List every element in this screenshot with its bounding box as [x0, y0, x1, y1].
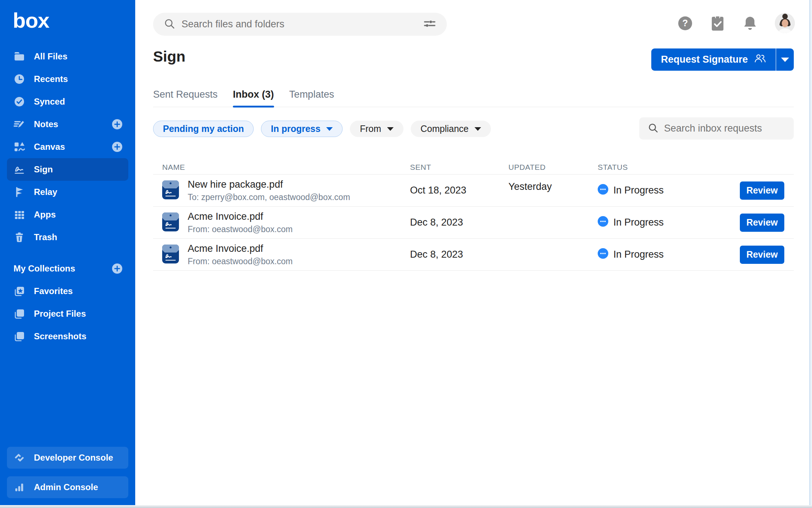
column-sent: SENT: [410, 163, 508, 172]
status-badge: In Progress: [613, 249, 664, 260]
inbox-request-list: New hire package.pdf To: zperry@box.com,…: [153, 174, 794, 271]
sidebar-item-notes[interactable]: Notes: [7, 113, 128, 136]
chevron-down-icon: [781, 58, 789, 62]
sidebar-item-screenshots[interactable]: Screenshots: [7, 325, 128, 348]
collection-icon: [13, 331, 25, 342]
tab-inbox[interactable]: Inbox (3): [233, 89, 274, 107]
request-recipients: From: oeastwood@box.com: [188, 257, 293, 266]
request-recipients: From: oeastwood@box.com: [188, 224, 293, 234]
developer-console-button[interactable]: Developer Console: [7, 447, 128, 469]
status-badge: In Progress: [613, 185, 664, 196]
in-progress-icon: [598, 184, 608, 197]
topbar-icons: ?: [678, 13, 795, 33]
global-search-input[interactable]: [181, 19, 423, 30]
sidebar-item-label: Recents: [34, 74, 68, 84]
sidebar-item-all-files[interactable]: All Files: [7, 45, 128, 68]
column-status: STATUS: [598, 163, 740, 172]
request-signature-button[interactable]: Request Signature: [651, 48, 776, 71]
add-canvas-button[interactable]: [112, 142, 122, 152]
sidebar-item-label: Canvas: [34, 142, 65, 152]
sidebar-item-trash[interactable]: Trash: [7, 226, 128, 249]
review-button[interactable]: Review: [740, 181, 784, 200]
global-search: [153, 13, 447, 36]
folder-icon: [13, 51, 25, 62]
sidebar-item-relay[interactable]: Relay: [7, 181, 128, 203]
chevron-down-icon: [475, 127, 481, 131]
sidebar-item-label: Screenshots: [34, 331, 86, 341]
sidebar-item-project-files[interactable]: Project Files: [7, 302, 128, 325]
inbox-search: [639, 117, 794, 140]
search-icon: [164, 18, 175, 31]
check-circle-icon: [13, 96, 25, 108]
table-row[interactable]: New hire package.pdf To: zperry@box.com,…: [153, 175, 794, 207]
box-logo[interactable]: box: [13, 8, 49, 32]
my-collections-header: My Collections: [7, 257, 128, 280]
clock-icon: [13, 73, 25, 85]
svg-text:?: ?: [682, 18, 688, 28]
filter-label: Compliance: [421, 124, 469, 134]
clipboard-check-icon[interactable]: [710, 16, 725, 31]
table-row[interactable]: Acme Invoice.pdf From: oeastwood@box.com…: [153, 239, 794, 271]
search-icon: [648, 123, 658, 134]
request-sent-date: Dec 8, 2023: [410, 217, 508, 228]
filter-label: In progress: [271, 124, 320, 134]
request-signature-dropdown-button[interactable]: [776, 48, 794, 71]
sidebar-item-sign[interactable]: Sign: [7, 158, 128, 181]
review-button[interactable]: Review: [740, 214, 784, 232]
column-name: NAME: [153, 163, 410, 172]
window-bottom-edge: [0, 505, 812, 508]
in-progress-icon: [598, 248, 608, 261]
people-icon: [754, 54, 766, 66]
sidebar-item-label: Notes: [34, 119, 58, 129]
table-row[interactable]: Acme Invoice.pdf From: oeastwood@box.com…: [153, 207, 794, 239]
developer-console-label: Developer Console: [34, 453, 113, 463]
filter-compliance[interactable]: Compliance: [411, 121, 491, 137]
add-collection-button[interactable]: [112, 263, 122, 274]
sign-document-icon: [162, 212, 179, 233]
request-signature-label: Request Signature: [661, 54, 748, 65]
window-right-edge: [809, 0, 812, 505]
admin-console-label: Admin Console: [34, 482, 98, 492]
column-updated: UPDATED: [508, 163, 598, 172]
filter-pending-my-action[interactable]: Pending my action: [153, 121, 254, 137]
search-filters-icon[interactable]: [423, 18, 436, 31]
canvas-icon: [13, 141, 25, 153]
tab-sent-requests[interactable]: Sent Requests: [153, 89, 218, 107]
tab-templates[interactable]: Templates: [289, 89, 334, 107]
review-button[interactable]: Review: [740, 246, 784, 264]
help-icon[interactable]: ?: [678, 16, 693, 31]
inbox-search-input[interactable]: [664, 123, 793, 134]
avatar[interactable]: [775, 13, 795, 33]
collection-icon: [13, 308, 25, 320]
sidebar-item-label: All Files: [34, 51, 67, 62]
table-header: NAME SENT UPDATED STATUS: [153, 160, 794, 174]
add-note-button[interactable]: [112, 119, 122, 130]
sidebar-item-label: Project Files: [34, 309, 86, 319]
sidebar-item-canvas[interactable]: Canvas: [7, 136, 128, 158]
filter-label: From: [360, 124, 381, 134]
page-title: Sign: [153, 48, 186, 65]
sidebar-item-synced[interactable]: Synced: [7, 90, 128, 113]
request-signature-split-button: Request Signature: [651, 48, 794, 71]
signature-icon: [13, 164, 25, 175]
in-progress-icon: [598, 216, 608, 229]
filter-in-progress[interactable]: In progress: [261, 121, 343, 137]
bell-icon[interactable]: [742, 16, 758, 31]
filter-from[interactable]: From: [350, 121, 403, 137]
sidebar-item-recents[interactable]: Recents: [7, 68, 128, 90]
request-sent-date: Dec 8, 2023: [410, 249, 508, 260]
chevron-down-icon: [326, 127, 333, 131]
flag-icon: [13, 186, 25, 198]
my-collections-label: My Collections: [13, 263, 75, 274]
box-app-window: box All Files Recents Synced: [0, 0, 812, 508]
request-updated: Yesterday: [508, 181, 598, 192]
sidebar-item-label: Apps: [34, 210, 56, 220]
admin-console-button[interactable]: Admin Console: [7, 476, 128, 498]
main-content: ?: [135, 0, 812, 505]
sidebar-item-apps[interactable]: Apps: [7, 203, 128, 226]
request-sent-date: Oct 18, 2023: [410, 185, 508, 196]
request-name: Acme Invoice.pdf: [188, 211, 293, 222]
sidebar-item-label: Sign: [34, 164, 53, 175]
filter-row: Pending my action In progress From Compl…: [153, 117, 794, 140]
sidebar-item-favorites[interactable]: Favorites: [7, 280, 128, 302]
